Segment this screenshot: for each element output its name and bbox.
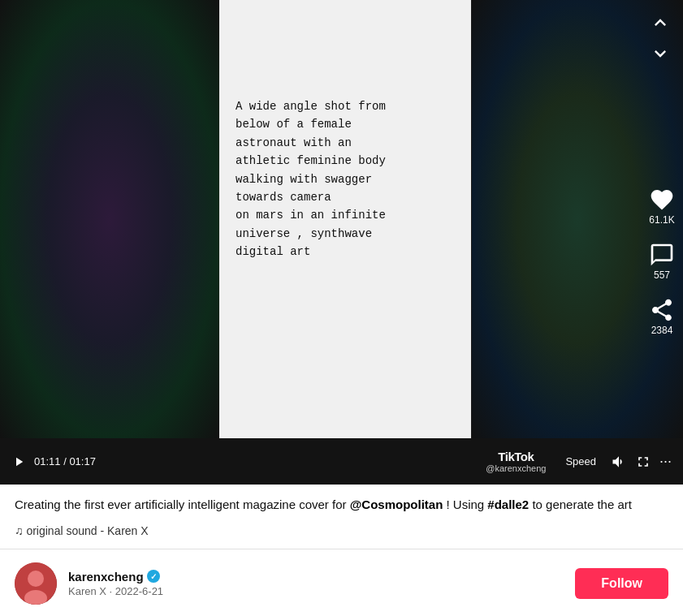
sound-label[interactable]: ♫ original sound - Karen X xyxy=(15,524,149,537)
side-controls: 61.1K 557 2384 xyxy=(649,187,675,336)
svg-point-1 xyxy=(28,571,44,587)
video-caption-text: A wide angle shot from below of a female… xyxy=(236,97,386,261)
user-info: karenxcheng ✓ Karen X · 2022-6-21 xyxy=(68,570,564,597)
share-btn[interactable]: 2384 xyxy=(649,297,675,336)
tiktok-watermark: TikTok @karenxcheng xyxy=(486,450,546,473)
user-meta: Karen X · 2022-6-21 xyxy=(68,585,564,597)
caption-mention[interactable]: @Cosmopolitan xyxy=(350,498,443,511)
user-row: karenxcheng ✓ Karen X · 2022-6-21 Follow xyxy=(0,549,683,617)
caption-hashtag[interactable]: #dalle2 xyxy=(487,498,529,511)
up-arrow-btn[interactable] xyxy=(649,11,672,34)
fullscreen-button[interactable] xyxy=(635,454,651,470)
more-options-button[interactable]: ··· xyxy=(659,453,672,470)
caption-text-after: to generate the art xyxy=(529,498,632,511)
comment-btn[interactable]: 557 xyxy=(649,242,675,281)
comment-count: 557 xyxy=(654,269,670,281)
nav-arrows xyxy=(649,11,672,65)
sound-info: ♫ original sound - Karen X xyxy=(0,521,683,549)
down-arrow-btn[interactable] xyxy=(649,42,672,65)
volume-button[interactable] xyxy=(611,454,627,470)
play-button[interactable] xyxy=(11,454,26,469)
video-content: A wide angle shot from below of a female… xyxy=(219,0,471,438)
like-btn[interactable]: 61.1K xyxy=(649,187,675,226)
video-container: A wide angle shot from below of a female… xyxy=(0,0,683,485)
username-row: karenxcheng ✓ xyxy=(68,570,564,584)
tiktok-handle: @karenxcheng xyxy=(486,463,546,473)
caption-text-middle: ! Using xyxy=(443,498,487,511)
avatar[interactable] xyxy=(15,562,57,605)
caption-text-before: Creating the first ever artificially int… xyxy=(15,498,350,511)
controls-bar: 01:11 / 01:17 TikTok @karenxcheng Speed … xyxy=(0,438,683,485)
like-count: 61.1K xyxy=(649,214,674,226)
username[interactable]: karenxcheng xyxy=(68,570,144,584)
share-count: 2384 xyxy=(651,325,673,336)
follow-button[interactable]: Follow xyxy=(575,568,668,599)
speed-button[interactable]: Speed xyxy=(559,452,603,471)
caption-area: Creating the first ever artificially int… xyxy=(0,485,683,521)
verified-badge: ✓ xyxy=(147,570,160,583)
tiktok-brand: TikTok xyxy=(498,450,534,463)
bg-left xyxy=(0,0,219,438)
time-display: 01:11 / 01:17 xyxy=(34,455,96,467)
